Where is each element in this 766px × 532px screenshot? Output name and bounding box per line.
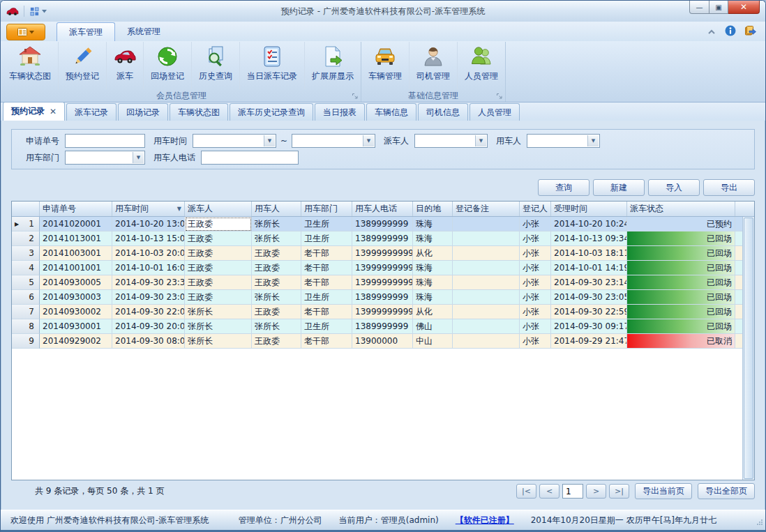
- dispatch-status-cell[interactable]: 已回场: [627, 246, 735, 261]
- prev-page-button[interactable]: <: [539, 484, 560, 499]
- cell[interactable]: 珠海: [413, 231, 453, 246]
- cell[interactable]: 20141003001: [40, 246, 112, 261]
- table-row-4[interactable]: 4201410010012014-10-01 16:00王政委王政委老干部139…: [12, 261, 754, 275]
- cell[interactable]: 老干部: [301, 305, 352, 319]
- column-header-9[interactable]: 受理时间: [551, 202, 627, 216]
- row-header-cell[interactable]: 5: [12, 275, 40, 290]
- department-combo[interactable]: ▼: [65, 151, 145, 165]
- table-row-3[interactable]: 3201410030012014-10-03 20:00王政委王政委老干部139…: [12, 246, 754, 261]
- dispatch-status-cell[interactable]: 已回场: [627, 290, 735, 305]
- import-button[interactable]: 导入: [648, 179, 700, 196]
- chevron-down-icon[interactable]: ▼: [264, 135, 275, 146]
- cell[interactable]: [453, 261, 520, 275]
- cell[interactable]: 王政委: [185, 275, 252, 290]
- column-header-3[interactable]: 用车人: [252, 202, 301, 216]
- cell[interactable]: 王政委: [185, 261, 252, 275]
- cell[interactable]: 20141001001: [40, 261, 112, 275]
- doc-tab-3[interactable]: 车辆状态图: [170, 103, 228, 121]
- cell[interactable]: 2014-09-30 08:00: [112, 334, 185, 349]
- cell[interactable]: 珠海: [413, 290, 453, 305]
- next-page-button[interactable]: >: [586, 484, 606, 499]
- dispatcher-combo[interactable]: ▼: [414, 134, 488, 148]
- row-header-cell[interactable]: 4: [12, 261, 40, 275]
- chevron-down-icon[interactable]: ▼: [363, 135, 374, 146]
- dispatch-status-cell[interactable]: 已回场: [627, 275, 735, 290]
- quick-access-toolbar-button[interactable]: [29, 6, 47, 17]
- dispatch-status-cell[interactable]: 已回场: [627, 319, 735, 334]
- last-page-button[interactable]: >|: [609, 484, 629, 499]
- first-page-button[interactable]: |<: [516, 484, 536, 499]
- doc-tab-5[interactable]: 当日报表: [315, 103, 365, 121]
- dispatch-button[interactable]: 派车: [106, 42, 143, 89]
- column-header-7[interactable]: 登记备注: [453, 202, 520, 216]
- return-register-button[interactable]: 回场登记: [143, 42, 191, 89]
- exit-icon[interactable]: [744, 25, 757, 38]
- doc-tab-2[interactable]: 回场记录: [118, 103, 168, 121]
- cell[interactable]: 从化: [413, 305, 453, 319]
- cell[interactable]: 卫生所: [301, 290, 352, 305]
- cell[interactable]: 20140929002: [40, 334, 112, 349]
- cell[interactable]: 王政委: [185, 231, 252, 246]
- page-number-input[interactable]: [562, 484, 583, 499]
- close-tab-icon[interactable]: ✕: [50, 107, 57, 116]
- cell[interactable]: 老干部: [301, 246, 352, 261]
- maximize-button[interactable]: ▣: [709, 1, 728, 14]
- export-current-page-button[interactable]: 导出当前页: [635, 483, 692, 499]
- dispatch-status-cell[interactable]: 已回场: [627, 305, 735, 319]
- cell[interactable]: [453, 231, 520, 246]
- cell[interactable]: 王政委: [185, 217, 252, 231]
- grid-vertical-scrollbar[interactable]: [742, 217, 754, 480]
- table-row-1[interactable]: 1▶201410200012014-10-20 13:00王政委张所长卫生所13…: [12, 217, 754, 231]
- doc-tab-4[interactable]: 派车历史记录查询: [230, 103, 313, 121]
- chevron-down-icon[interactable]: ▼: [133, 152, 144, 163]
- column-header-1[interactable]: 用车时间▼: [112, 202, 185, 216]
- cell[interactable]: 2014-10-01 16:00: [112, 261, 185, 275]
- cell[interactable]: 小张: [520, 231, 551, 246]
- cell[interactable]: 2014-09-30 09:17: [551, 319, 627, 334]
- cell[interactable]: 珠海: [413, 217, 453, 231]
- row-header-cell[interactable]: 8: [12, 319, 40, 334]
- chevron-down-icon[interactable]: ▼: [587, 135, 599, 146]
- doc-tab-8[interactable]: 人员管理: [470, 103, 520, 121]
- cell[interactable]: [453, 334, 520, 349]
- cell[interactable]: 小张: [520, 334, 551, 349]
- doc-tab-1[interactable]: 派车记录: [66, 103, 117, 121]
- cell[interactable]: 2014-09-30 23:30: [112, 275, 185, 290]
- cell[interactable]: 20140930003: [40, 290, 112, 305]
- cell[interactable]: 小张: [520, 275, 551, 290]
- cell[interactable]: 2014-10-13 09:34: [551, 231, 627, 246]
- cell[interactable]: 王政委: [252, 305, 301, 319]
- extended-screen-button[interactable]: 扩展屏显示: [304, 42, 361, 89]
- cell[interactable]: 老干部: [301, 261, 352, 275]
- scrollbar-thumb[interactable]: [744, 218, 753, 479]
- query-button[interactable]: 查询: [538, 179, 589, 196]
- cell[interactable]: 小张: [520, 290, 551, 305]
- cell[interactable]: 20140930002: [40, 305, 112, 319]
- cell[interactable]: 1389999999: [352, 319, 413, 334]
- car-user-combo[interactable]: ▼: [527, 134, 600, 148]
- column-header-6[interactable]: 目的地: [413, 202, 453, 216]
- row-header-cell[interactable]: 9: [12, 334, 40, 349]
- app-menu-button[interactable]: [6, 24, 45, 40]
- cell[interactable]: 老干部: [301, 275, 352, 290]
- cell[interactable]: 20140930005: [40, 275, 112, 290]
- history-query-button[interactable]: 历史查询: [191, 42, 239, 89]
- vehicle-status-map-button[interactable]: 车辆状态图: [2, 42, 58, 89]
- cell[interactable]: 王政委: [252, 275, 301, 290]
- row-header-cell[interactable]: 1▶: [12, 217, 40, 231]
- cell[interactable]: [453, 305, 520, 319]
- cell[interactable]: 2014-09-29 21:47: [551, 334, 627, 349]
- dispatch-status-cell[interactable]: 已回场: [627, 261, 735, 275]
- row-header-cell[interactable]: 3: [12, 246, 40, 261]
- cell[interactable]: 王政委: [252, 246, 301, 261]
- cell[interactable]: 王政委: [252, 261, 301, 275]
- cell[interactable]: 13999999999: [352, 305, 413, 319]
- cell[interactable]: 小张: [520, 261, 551, 275]
- cell[interactable]: 张所长: [252, 290, 301, 305]
- row-header-cell[interactable]: 2: [12, 231, 40, 246]
- cell[interactable]: 卫生所: [301, 217, 352, 231]
- cell[interactable]: [453, 290, 520, 305]
- cell[interactable]: 卫生所: [301, 319, 352, 334]
- collapse-ribbon-icon[interactable]: [707, 27, 716, 37]
- cell[interactable]: [453, 217, 520, 231]
